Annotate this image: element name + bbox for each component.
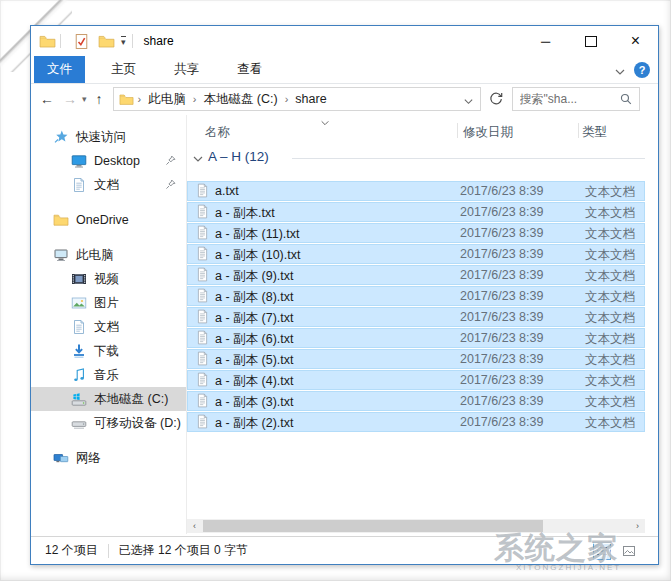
scroll-left-icon[interactable]: ‹ xyxy=(187,519,202,533)
column-header-type[interactable]: 类型 xyxy=(582,124,607,141)
file-row[interactable]: a - 副本 (10).txt2017/6/23 8:39文本文档 xyxy=(187,244,645,264)
window-title: share xyxy=(144,34,174,48)
text-file-icon xyxy=(195,204,210,219)
tab-共享[interactable]: 共享 xyxy=(162,56,211,83)
sidebar-item-OneDrive[interactable]: OneDrive xyxy=(31,208,186,232)
breadcrumb: ›此电脑›本地磁盘 (C:)›share xyxy=(134,91,330,108)
ribbon-tabs: 文件主页共享查看 xyxy=(31,56,274,83)
file-row[interactable]: a - 副本 (2).txt2017/6/23 8:39文本文档 xyxy=(187,412,645,432)
monitor-icon xyxy=(71,153,87,169)
file-rows: a.txt2017/6/23 8:39文本文档a - 副本.txt2017/6/… xyxy=(187,181,645,433)
sidebar-item-可移动设备 (D:)[interactable]: 可移动设备 (D:) xyxy=(31,411,186,435)
file-type: 文本文档 xyxy=(585,373,635,390)
help-button[interactable]: ? xyxy=(634,62,650,78)
navigation-bar: ← → ▾ ↑ ›此电脑›本地磁盘 (C:)›share xyxy=(31,83,658,115)
address-bar[interactable]: ›此电脑›本地磁盘 (C:)›share xyxy=(113,87,481,111)
film-icon xyxy=(71,271,87,287)
sidebar-item-网络[interactable]: 网络 xyxy=(31,446,186,470)
file-name: a - 副本.txt xyxy=(215,205,275,222)
file-row[interactable]: a.txt2017/6/23 8:39文本文档 xyxy=(187,181,645,201)
sidebar-item-音乐[interactable]: 音乐 xyxy=(31,363,186,387)
breadcrumb-item[interactable]: 本地磁盘 (C:) xyxy=(200,91,280,108)
computer-icon xyxy=(53,247,69,263)
explorer-folder-icon xyxy=(39,33,56,50)
file-type: 文本文档 xyxy=(585,184,635,201)
breadcrumb-item[interactable]: 此电脑 xyxy=(145,91,189,108)
picture-icon xyxy=(71,295,87,311)
sidebar-item-Desktop[interactable]: Desktop xyxy=(31,149,186,173)
sidebar-item-视频[interactable]: 视频 xyxy=(31,267,186,291)
tab-查看[interactable]: 查看 xyxy=(225,56,274,83)
file-row[interactable]: a - 副本 (9).txt2017/6/23 8:39文本文档 xyxy=(187,265,645,285)
sidebar-item-label: 视频 xyxy=(94,271,119,288)
file-row[interactable]: a - 副本 (6).txt2017/6/23 8:39文本文档 xyxy=(187,328,645,348)
search-box[interactable] xyxy=(512,87,640,111)
file-type: 文本文档 xyxy=(585,310,635,327)
file-modified-date: 2017/6/23 8:39 xyxy=(460,373,543,387)
watermark-subtitle: XITONGZHIJIA.NET xyxy=(516,564,671,572)
recent-locations-dropdown-icon[interactable]: ▾ xyxy=(82,94,87,104)
column-divider[interactable] xyxy=(578,123,579,138)
disk-os-icon xyxy=(71,391,87,407)
tab-文件[interactable]: 文件 xyxy=(34,56,85,83)
file-type: 文本文档 xyxy=(585,247,635,264)
sidebar-item-文档[interactable]: 文档 xyxy=(31,173,186,197)
sidebar-item-label: 网络 xyxy=(76,450,101,467)
group-rule xyxy=(292,158,645,159)
file-row[interactable]: a - 副本.txt2017/6/23 8:39文本文档 xyxy=(187,202,645,222)
sidebar-item-本地磁盘 (C:)[interactable]: 本地磁盘 (C:) xyxy=(31,387,186,411)
large-icons-view-button[interactable] xyxy=(620,542,638,560)
qat-customize-dropdown-icon[interactable]: ▾ xyxy=(121,36,126,46)
file-row[interactable]: a - 副本 (5).txt2017/6/23 8:39文本文档 xyxy=(187,349,645,369)
file-modified-date: 2017/6/23 8:39 xyxy=(460,352,543,366)
address-dropdown-icon[interactable] xyxy=(463,93,474,104)
scroll-right-icon[interactable]: › xyxy=(630,519,645,533)
refresh-icon[interactable] xyxy=(488,91,504,107)
close-button[interactable]: × xyxy=(613,26,658,56)
sidebar-item-图片[interactable]: 图片 xyxy=(31,291,186,315)
file-row[interactable]: a - 副本 (8).txt2017/6/23 8:39文本文档 xyxy=(187,286,645,306)
network-icon xyxy=(53,450,69,466)
address-folder-icon xyxy=(119,92,134,107)
sidebar-item-下载[interactable]: 下载 xyxy=(31,339,186,363)
qat-properties-icon[interactable] xyxy=(73,33,90,50)
file-row[interactable]: a - 副本 (11).txt2017/6/23 8:39文本文档 xyxy=(187,223,645,243)
sidebar-item-文档[interactable]: 文档 xyxy=(31,315,186,339)
scrollbar-thumb[interactable] xyxy=(203,520,543,532)
breadcrumb-separator: › xyxy=(189,93,201,105)
file-row[interactable]: a - 副本 (7).txt2017/6/23 8:39文本文档 xyxy=(187,307,645,327)
details-view-button[interactable] xyxy=(593,542,611,560)
nav-arrows: ← → ▾ ↑ xyxy=(31,91,103,107)
titlebar-separator xyxy=(132,34,133,48)
expand-ribbon-icon[interactable] xyxy=(614,64,626,76)
breadcrumb-item[interactable]: share xyxy=(292,92,329,106)
titlebar: ▾ share ─ × xyxy=(31,26,658,56)
sidebar-item-label: 音乐 xyxy=(94,367,119,384)
sidebar-item-label: 此电脑 xyxy=(76,247,114,264)
sidebar-item-快速访问[interactable]: 快速访问 xyxy=(31,125,186,149)
back-button[interactable]: ← xyxy=(40,91,54,107)
forward-button[interactable]: → xyxy=(63,91,77,107)
qat-new-folder-icon[interactable] xyxy=(98,33,115,50)
sidebar-item-此电脑[interactable]: 此电脑 xyxy=(31,243,186,267)
search-input[interactable] xyxy=(513,92,617,106)
group-collapse-chevron-icon[interactable] xyxy=(192,151,204,163)
document-icon xyxy=(71,319,87,335)
file-row[interactable]: a - 副本 (3).txt2017/6/23 8:39文本文档 xyxy=(187,391,645,411)
selection-summary: 已选择 12 个项目 0 字节 xyxy=(119,542,248,559)
up-button[interactable]: ↑ xyxy=(96,91,103,107)
column-header-name[interactable]: 名称 xyxy=(205,124,230,141)
minimize-button[interactable]: ─ xyxy=(523,26,568,56)
file-row[interactable]: a - 副本 (4).txt2017/6/23 8:39文本文档 xyxy=(187,370,645,390)
horizontal-scrollbar[interactable]: ‹ › xyxy=(187,519,645,533)
sidebar: 快速访问Desktop文档OneDrive此电脑视频图片文档下载音乐本地磁盘 (… xyxy=(31,115,187,534)
group-header[interactable]: A – H (12) xyxy=(187,147,645,167)
tab-主页[interactable]: 主页 xyxy=(99,56,148,83)
file-modified-date: 2017/6/23 8:39 xyxy=(460,247,543,261)
file-modified-date: 2017/6/23 8:39 xyxy=(460,331,543,345)
column-divider[interactable] xyxy=(457,123,458,138)
column-header-date[interactable]: 修改日期 xyxy=(463,124,513,141)
text-file-icon xyxy=(195,288,210,303)
document-icon xyxy=(71,177,87,193)
maximize-button[interactable] xyxy=(568,26,613,56)
